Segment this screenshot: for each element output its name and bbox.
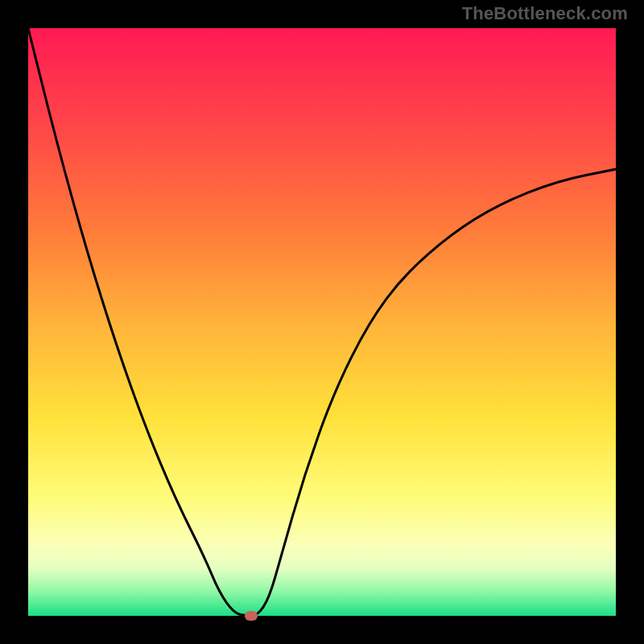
plot-area <box>28 28 616 616</box>
chart-frame: TheBottleneck.com <box>0 0 644 644</box>
watermark-label: TheBottleneck.com <box>462 3 628 24</box>
bottleneck-curve <box>28 28 616 616</box>
optimal-point-marker <box>245 611 258 621</box>
